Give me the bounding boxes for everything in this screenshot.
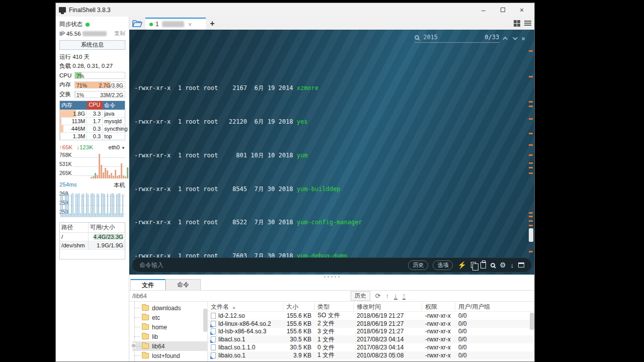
window-mode-icon[interactable]: [518, 262, 524, 267]
panel-splitter[interactable]: [129, 275, 534, 279]
process-col-cmd[interactable]: 命令: [103, 101, 125, 110]
maximize-button[interactable]: [493, 4, 512, 16]
mem-usage-bar: [60, 133, 60, 140]
ping-bar: [75, 194, 76, 217]
tab-close-icon[interactable]: ×: [188, 21, 192, 28]
titlebar: FinalShell 3.8.3 – ×: [56, 3, 534, 17]
terminal-line: -rwxr-xr-x 1 root root 22120 6月 19 2018 …: [134, 118, 499, 126]
process-cmd: mysqld: [103, 118, 125, 125]
file-row[interactable]: libaio.so.1 3.9 KB 1 文件 2010/08/23 05:08…: [208, 351, 534, 359]
search-match-marker: [529, 220, 533, 222]
net-bar: [113, 176, 114, 178]
search-match-marker: [529, 225, 533, 226]
tab-files[interactable]: 文件: [130, 279, 166, 290]
current-path[interactable]: /lib64: [132, 293, 147, 300]
upload-file-icon[interactable]: ↑: [403, 292, 406, 300]
refresh-icon[interactable]: ⟳: [375, 293, 381, 299]
net-bar: [103, 172, 104, 178]
terminal-line: -rwxr-xr-x 1 root root 2167 6月 19 2014 x…: [134, 84, 499, 93]
file-perms: -rwxr-xr-x: [422, 352, 455, 359]
path-history-button[interactable]: 历史: [351, 291, 370, 301]
file-row[interactable]: ld-lsb-x86-64.so.3 155.6 KB 3 文件 2018/06…: [208, 328, 534, 336]
col-type[interactable]: 类型: [314, 303, 354, 311]
tree-item[interactable]: ⊕ home: [132, 322, 207, 332]
terminal-search-bar: 2015 0/33 ×: [415, 34, 525, 43]
file-mtime: 2018/06/19 21:27: [354, 328, 422, 335]
copy-icon[interactable]: [471, 262, 476, 268]
ping-bar: [116, 194, 117, 217]
search-input[interactable]: 2015: [423, 34, 480, 41]
file-year: 2014: [279, 84, 293, 92]
file-meta: -rwxr-xr-x 1 root root 8545 7月 30: [134, 186, 279, 193]
tree-item[interactable]: ⊕ lost+found: [132, 351, 207, 360]
table-scrollbar-thumb[interactable]: [530, 313, 534, 330]
interface-selector[interactable]: eth0 ▼: [108, 144, 125, 150]
options-button[interactable]: 选项: [433, 260, 453, 270]
swap-meter: 1% 33M/2.2G: [74, 91, 125, 98]
session-tab[interactable]: 1 ×: [145, 18, 206, 30]
process-col-mem[interactable]: 内存: [60, 101, 87, 110]
col-user[interactable]: 用户/用户组: [455, 303, 534, 311]
tree-item[interactable]: ⊕ lib: [132, 332, 207, 341]
tree-item[interactable]: ⊕ etc: [132, 313, 207, 322]
history-button[interactable]: 历史: [408, 260, 428, 270]
file-row[interactable]: ld-linux-x86-64.so.2 155.6 KB 2 文件 2018/…: [208, 320, 534, 328]
file-name: ld-linux-x86-64.so.2: [218, 320, 271, 327]
search-prev-icon[interactable]: [503, 36, 508, 41]
mem-meter-pct: 71%: [76, 82, 87, 88]
new-tab-button[interactable]: +: [206, 18, 219, 30]
scrollbar-thumb[interactable]: [529, 228, 533, 242]
download-arrow-icon[interactable]: ↓: [511, 262, 514, 268]
search-next-icon[interactable]: [513, 35, 518, 40]
tree-item[interactable]: ⊕ downloads: [132, 303, 207, 313]
search-close-icon[interactable]: ×: [521, 35, 525, 42]
file-size: 30.5 KB: [283, 344, 314, 351]
quick-command-icon[interactable]: ⚡: [457, 261, 466, 268]
folder-icon: [142, 324, 149, 330]
terminal-scrollbar[interactable]: [528, 30, 533, 256]
file-perms: -rwxr-xr-x: [422, 320, 455, 327]
search-terminal-icon[interactable]: [491, 263, 495, 267]
ping-bar: [94, 194, 95, 217]
net-bar: [101, 165, 102, 178]
sidebar: 同步状态 IP 45.56 复制 系统信息 运行 410 天 负载 0.28, …: [56, 17, 129, 361]
col-perms[interactable]: 权限: [422, 303, 455, 311]
file-row[interactable]: ld-2.12.so 155.6 KB SO 文件 2018/06/19 21:…: [208, 312, 534, 320]
expand-icon[interactable]: ⊕: [131, 343, 135, 348]
col-size[interactable]: 大小: [283, 303, 314, 311]
close-button[interactable]: ×: [512, 4, 531, 16]
col-mtime[interactable]: 修改时间: [354, 303, 422, 311]
process-col-cpu[interactable]: CPU: [87, 101, 103, 110]
tree-item[interactable]: ⊕ lib64: [132, 341, 207, 351]
paste-icon[interactable]: [480, 262, 486, 268]
layout-grid-icon[interactable]: [514, 20, 520, 27]
file-row[interactable]: libacl.so.1.1.0 30.5 KB 0 文件 2017/08/23 …: [208, 343, 534, 351]
tree-scrollbar-thumb[interactable]: [203, 309, 207, 332]
process-mem: 1.8G: [73, 111, 85, 117]
process-mem: 113M: [71, 118, 85, 124]
system-info-button[interactable]: 系统信息: [59, 40, 125, 50]
ping-bar: [100, 213, 101, 217]
command-input[interactable]: 命令输入: [139, 261, 164, 269]
terminal[interactable]: -rwxr-xr-x 1 root root 2167 6月 19 2014 x…: [129, 30, 534, 275]
download-file-icon[interactable]: ↓: [394, 292, 397, 300]
ping-bar: [60, 194, 61, 217]
open-connection-button[interactable]: [129, 18, 145, 30]
col-filename[interactable]: 文件名▲: [208, 303, 283, 311]
search-match-marker: [529, 101, 533, 103]
file-meta: -rwxr-xr-x 1 root root 8522 7月 30: [134, 219, 279, 226]
ping-bar: [103, 194, 104, 217]
file-perms: -rwxr-xr-x: [422, 328, 455, 335]
mem-meter-label: 内存: [59, 81, 74, 88]
tab-commands[interactable]: 命令: [166, 279, 201, 290]
disk-col-value: 可用/大小: [89, 223, 125, 232]
search-match-marker: [529, 172, 533, 174]
settings-gear-icon[interactable]: ⚙: [500, 261, 506, 268]
parent-dir-icon[interactable]: ↑: [386, 293, 389, 299]
minimize-button[interactable]: –: [474, 4, 493, 16]
copy-ip-link[interactable]: 复制: [114, 30, 125, 37]
file-row[interactable]: libacl.so.1 30.5 KB 1 文件 2017/08/23 04:1…: [208, 335, 534, 343]
sync-status-dot: [86, 23, 90, 27]
menu-icon[interactable]: [524, 20, 531, 27]
process-cpu: 0.3: [87, 133, 103, 140]
